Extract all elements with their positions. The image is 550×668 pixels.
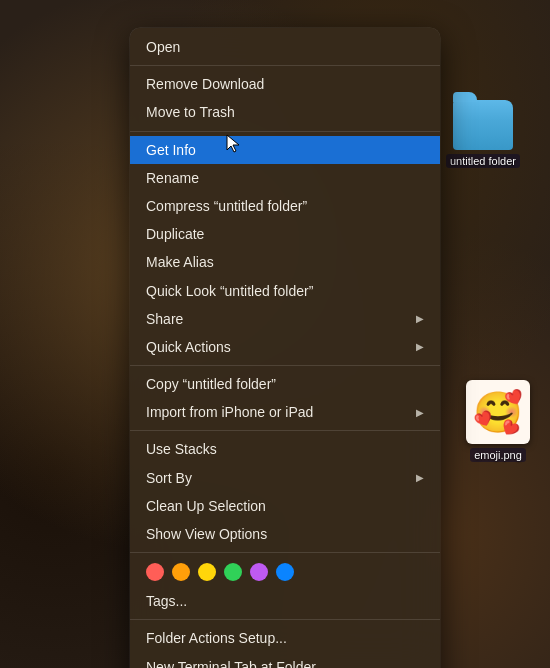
menu-item-label-sort-by: Sort By [146,469,192,487]
menu-item-label-quick-look: Quick Look “untitled folder” [146,282,313,300]
tag-dot-yellow[interactable] [198,563,216,581]
menu-item-label-quick-actions: Quick Actions [146,338,231,356]
menu-item-label-duplicate: Duplicate [146,225,204,243]
menu-item-import[interactable]: Import from iPhone or iPad▶ [130,398,440,426]
menu-item-share[interactable]: Share▶ [130,305,440,333]
emoji-thumbnail: 🥰 [466,380,530,444]
menu-item-label-rename: Rename [146,169,199,187]
menu-item-label-make-alias: Make Alias [146,253,214,271]
menu-item-arrow-import: ▶ [416,406,424,419]
menu-item-label-share: Share [146,310,183,328]
menu-item-label-open: Open [146,38,180,56]
folder-label: untitled folder [446,154,520,168]
menu-item-move-to-trash[interactable]: Move to Trash [130,98,440,126]
menu-item-arrow-sort-by: ▶ [416,471,424,484]
context-menu: OpenRemove DownloadMove to TrashGet Info… [130,28,440,668]
menu-separator [130,552,440,553]
tag-dot-orange[interactable] [172,563,190,581]
menu-item-rename[interactable]: Rename [130,164,440,192]
menu-separator [130,430,440,431]
menu-item-quick-look[interactable]: Quick Look “untitled folder” [130,277,440,305]
menu-item-tags[interactable]: Tags... [130,587,440,615]
menu-item-label-import: Import from iPhone or iPad [146,403,313,421]
tag-dot-red[interactable] [146,563,164,581]
menu-item-label-copy: Copy “untitled folder” [146,375,276,393]
menu-item-label-clean-up-selection: Clean Up Selection [146,497,266,515]
menu-separator [130,131,440,132]
emoji-label: emoji.png [470,448,526,462]
menu-item-make-alias[interactable]: Make Alias [130,248,440,276]
menu-item-open[interactable]: Open [130,33,440,61]
menu-separator [130,619,440,620]
menu-item-label-use-stacks: Use Stacks [146,440,217,458]
menu-item-label-get-info: Get Info [146,141,196,159]
menu-item-label-compress: Compress “untitled folder” [146,197,307,215]
menu-item-label-new-terminal-tab: New Terminal Tab at Folder [146,658,316,668]
menu-item-label-move-to-trash: Move to Trash [146,103,235,121]
menu-item-show-view-options[interactable]: Show View Options [130,520,440,548]
tag-dot-green[interactable] [224,563,242,581]
tags-color-row [130,557,440,587]
menu-separator [130,65,440,66]
menu-item-label-folder-actions: Folder Actions Setup... [146,629,287,647]
menu-item-quick-actions[interactable]: Quick Actions▶ [130,333,440,361]
menu-item-label-remove-download: Remove Download [146,75,264,93]
desktop-icon-emoji[interactable]: 🥰 emoji.png [466,380,530,462]
tag-dot-blue[interactable] [276,563,294,581]
menu-item-remove-download[interactable]: Remove Download [130,70,440,98]
menu-item-label-show-view-options: Show View Options [146,525,267,543]
menu-separator [130,365,440,366]
menu-item-arrow-quick-actions: ▶ [416,340,424,353]
desktop-icon-folder[interactable]: untitled folder [446,100,520,168]
menu-item-new-terminal-tab[interactable]: New Terminal Tab at Folder [130,653,440,668]
folder-icon [453,100,513,150]
menu-item-duplicate[interactable]: Duplicate [130,220,440,248]
tag-dot-purple[interactable] [250,563,268,581]
menu-item-folder-actions[interactable]: Folder Actions Setup... [130,624,440,652]
menu-item-label-tags: Tags... [146,592,187,610]
menu-item-sort-by[interactable]: Sort By▶ [130,464,440,492]
menu-item-arrow-share: ▶ [416,312,424,325]
menu-item-use-stacks[interactable]: Use Stacks [130,435,440,463]
menu-item-clean-up-selection[interactable]: Clean Up Selection [130,492,440,520]
menu-item-copy[interactable]: Copy “untitled folder” [130,370,440,398]
menu-item-compress[interactable]: Compress “untitled folder” [130,192,440,220]
menu-item-get-info[interactable]: Get Info [130,136,440,164]
